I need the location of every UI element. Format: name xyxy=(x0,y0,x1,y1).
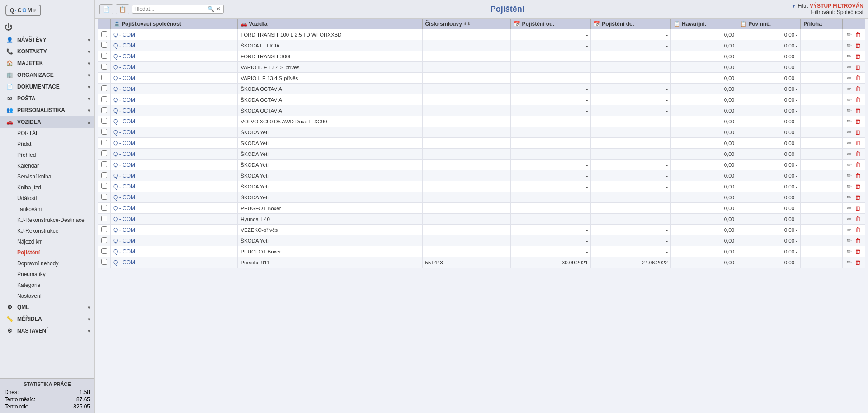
edit-button-2[interactable]: ✏ xyxy=(846,52,853,60)
sidebar-section-qml[interactable]: ⚙ QML ▾ xyxy=(0,301,94,313)
col-header-vehicle[interactable]: 🚗 Vozidla xyxy=(238,19,422,29)
search-input[interactable] xyxy=(134,6,207,12)
col-header-od[interactable]: 📅 Pojištění od. xyxy=(511,19,591,29)
row-checkbox-15[interactable] xyxy=(101,194,107,200)
delete-button-15[interactable]: 🗑 xyxy=(854,193,862,201)
delete-button-10[interactable]: 🗑 xyxy=(854,139,862,147)
edit-button-7[interactable]: ✏ xyxy=(846,107,853,114)
sidebar-item-dopravni[interactable]: Dopravní nehody xyxy=(0,258,94,269)
sidebar-item-najezd[interactable]: Nájezd km xyxy=(0,236,94,247)
edit-button-5[interactable]: ✏ xyxy=(846,85,853,93)
company-link-2[interactable]: Q - COM xyxy=(113,53,135,60)
clear-search-icon[interactable]: ✕ xyxy=(216,6,221,12)
sidebar-section-dokumentace[interactable]: 📄 DOKUMENTACE ▾ xyxy=(0,81,94,93)
row-checkbox-5[interactable] xyxy=(101,85,107,91)
row-checkbox-7[interactable] xyxy=(101,107,107,113)
row-checkbox-0[interactable] xyxy=(101,31,107,37)
delete-button-0[interactable]: 🗑 xyxy=(854,31,862,38)
edit-button-14[interactable]: ✏ xyxy=(846,183,853,190)
company-link-20[interactable]: Q - COM xyxy=(113,249,135,255)
delete-button-16[interactable]: 🗑 xyxy=(854,204,862,212)
company-link-17[interactable]: Q - COM xyxy=(113,216,135,222)
company-link-12[interactable]: Q - COM xyxy=(113,162,135,168)
company-link-3[interactable]: Q - COM xyxy=(113,64,135,70)
row-checkbox-12[interactable] xyxy=(101,161,107,167)
edit-button-1[interactable]: ✏ xyxy=(846,42,853,49)
company-link-14[interactable]: Q - COM xyxy=(113,183,135,190)
col-header-smlouvy[interactable]: Číslo smlouvy ⬆⬇ xyxy=(422,19,511,29)
row-checkbox-9[interactable] xyxy=(101,129,107,135)
delete-button-13[interactable]: 🗑 xyxy=(854,172,862,179)
company-link-10[interactable]: Q - COM xyxy=(113,140,135,146)
company-link-21[interactable]: Q - COM xyxy=(113,259,135,266)
sidebar-item-kj-rekonstrukce-destinace[interactable]: KJ-Rekonstrukce-Destinace xyxy=(0,215,94,225)
delete-button-19[interactable]: 🗑 xyxy=(854,237,862,244)
row-checkbox-16[interactable] xyxy=(101,205,107,211)
sidebar-item-tankovani[interactable]: Tankování xyxy=(0,204,94,215)
sidebar-section-posta[interactable]: ✉ POŠTA ▾ xyxy=(0,93,94,104)
row-checkbox-21[interactable] xyxy=(101,259,107,265)
sidebar-item-nastaveni-vozidla[interactable]: Nastavení xyxy=(0,291,94,301)
copy-button[interactable]: 📋 xyxy=(116,4,129,14)
delete-button-5[interactable]: 🗑 xyxy=(854,85,862,93)
company-link-18[interactable]: Q - COM xyxy=(113,227,135,233)
search-icon[interactable]: 🔍 xyxy=(208,6,214,12)
edit-button-16[interactable]: ✏ xyxy=(846,204,853,212)
row-checkbox-8[interactable] xyxy=(101,118,107,124)
sidebar-section-navstevy[interactable]: 👤 NÁVŠTĚVY ▾ xyxy=(0,34,94,46)
delete-button-20[interactable]: 🗑 xyxy=(854,248,862,255)
edit-button-0[interactable]: ✏ xyxy=(846,31,853,38)
row-checkbox-13[interactable] xyxy=(101,172,107,178)
logo[interactable]: Q·COM® xyxy=(5,5,41,16)
edit-button-21[interactable]: ✏ xyxy=(846,258,853,266)
delete-button-18[interactable]: 🗑 xyxy=(854,226,862,234)
delete-button-9[interactable]: 🗑 xyxy=(854,128,862,136)
edit-button-6[interactable]: ✏ xyxy=(846,96,853,103)
sidebar-item-pojisteni[interactable]: Pojištění xyxy=(0,247,94,258)
edit-button-8[interactable]: ✏ xyxy=(846,117,853,125)
company-link-7[interactable]: Q - COM xyxy=(113,108,135,114)
row-checkbox-4[interactable] xyxy=(101,75,107,80)
delete-button-14[interactable]: 🗑 xyxy=(854,183,862,190)
sidebar-item-kniha[interactable]: Kniha jízd xyxy=(0,182,94,193)
edit-button-19[interactable]: ✏ xyxy=(846,237,853,244)
edit-button-4[interactable]: ✏ xyxy=(846,74,853,82)
company-link-5[interactable]: Q - COM xyxy=(113,86,135,92)
sidebar-item-portal[interactable]: PORTÁL xyxy=(0,128,94,139)
delete-button-17[interactable]: 🗑 xyxy=(854,215,862,223)
company-link-4[interactable]: Q - COM xyxy=(113,75,135,81)
edit-button-9[interactable]: ✏ xyxy=(846,128,853,136)
delete-button-4[interactable]: 🗑 xyxy=(854,74,862,82)
company-link-15[interactable]: Q - COM xyxy=(113,194,135,201)
sidebar-item-kj-rekonstrukce[interactable]: KJ-Rekonstrukce xyxy=(0,225,94,236)
delete-button-1[interactable]: 🗑 xyxy=(854,42,862,49)
sidebar-item-prehled[interactable]: Přehled xyxy=(0,150,94,160)
sidebar-item-udalosti[interactable]: Události xyxy=(0,193,94,204)
edit-button-12[interactable]: ✏ xyxy=(846,161,853,169)
sidebar-section-kontakty[interactable]: 📞 KONTAKTY ▾ xyxy=(0,46,94,57)
col-header-company[interactable]: 🏦 Pojišťovací společnost xyxy=(111,19,238,29)
power-btn[interactable]: ⏻ xyxy=(0,21,94,34)
company-link-13[interactable]: Q - COM xyxy=(113,173,135,179)
company-link-19[interactable]: Q - COM xyxy=(113,238,135,244)
row-checkbox-10[interactable] xyxy=(101,140,107,145)
sidebar-section-meridla[interactable]: 📏 MĚŘIDLA ▾ xyxy=(0,313,94,325)
sidebar-item-pneumatiky[interactable]: Pneumatiky xyxy=(0,269,94,280)
edit-button-20[interactable]: ✏ xyxy=(846,248,853,255)
row-checkbox-2[interactable] xyxy=(101,53,107,59)
delete-button-8[interactable]: 🗑 xyxy=(854,117,862,125)
edit-button-13[interactable]: ✏ xyxy=(846,172,853,179)
col-header-pov[interactable]: 📋 Povinné. xyxy=(737,19,801,29)
sidebar-item-pridat[interactable]: Přidat xyxy=(0,139,94,150)
sidebar-section-nastaveni[interactable]: ⚙ NASTAVENÍ ▾ xyxy=(0,325,94,337)
edit-button-15[interactable]: ✏ xyxy=(846,193,853,201)
new-document-button[interactable]: 📄 xyxy=(99,4,113,14)
delete-button-21[interactable]: 🗑 xyxy=(854,258,862,266)
row-checkbox-19[interactable] xyxy=(101,237,107,243)
delete-button-11[interactable]: 🗑 xyxy=(854,150,862,158)
row-checkbox-11[interactable] xyxy=(101,150,107,156)
company-link-11[interactable]: Q - COM xyxy=(113,151,135,157)
row-checkbox-14[interactable] xyxy=(101,183,107,189)
sidebar-item-kategorie[interactable]: Kategorie xyxy=(0,280,94,291)
company-link-0[interactable]: Q - COM xyxy=(113,32,135,38)
